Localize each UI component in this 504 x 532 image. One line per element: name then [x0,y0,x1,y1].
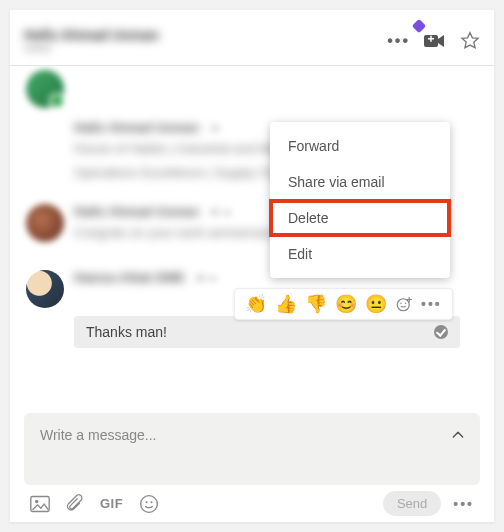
svg-point-4 [400,303,402,305]
ctx-forward[interactable]: Forward [270,128,450,164]
message-post [26,70,464,110]
ctx-share-via-email[interactable]: Share via email [270,164,450,200]
author-name: Hamza Aftab DME [74,270,185,285]
message-thread: Hafiz Ahmad Usman 1h House of Habits | I… [10,66,494,403]
reaction-more-icon[interactable]: ••• [421,296,442,312]
svg-point-10 [151,501,153,503]
reaction-neutral-icon[interactable]: 😐 [365,293,387,315]
message-input-placeholder: Write a message... [40,427,156,443]
star-icon[interactable] [460,31,480,51]
video-call-icon[interactable] [424,33,446,49]
attachment-icon[interactable] [66,494,84,514]
svg-point-5 [405,303,407,305]
read-receipt-icon [434,325,448,339]
svg-point-7 [35,499,38,502]
reaction-smile-icon[interactable]: 😊 [335,293,357,315]
reaction-thumbs-up-icon[interactable]: 👍 [275,293,297,315]
ctx-edit[interactable]: Edit [270,236,450,272]
send-button[interactable]: Send [383,491,441,516]
message-input[interactable]: Write a message... [24,413,480,485]
reaction-bar: 👏 👍 👎 😊 😐 ••• [234,288,453,320]
author-name: Hafiz Ahmad Usman [74,204,199,219]
message-text: Thanks man! [86,324,167,340]
emoji-icon[interactable] [139,494,159,514]
avatar [26,270,64,308]
post-time: 30 m [195,273,217,284]
post-time: 1h [209,123,220,134]
chat-header: Hafiz Ahmad Usman online ••• [10,10,494,66]
image-icon[interactable] [30,495,50,513]
expand-composer-icon[interactable] [450,427,466,443]
avatar [26,70,64,108]
gif-button[interactable]: GIF [100,496,123,511]
ctx-delete[interactable]: Delete [270,200,450,236]
svg-point-9 [146,501,148,503]
svg-point-3 [397,299,409,311]
more-options-icon[interactable]: ••• [387,32,410,50]
reaction-add-icon[interactable] [395,295,413,313]
message-bubble[interactable]: Thanks man! [74,316,460,348]
svg-point-8 [141,495,158,512]
composer-more-icon[interactable]: ••• [453,496,474,512]
post-time: 45 m [209,207,231,218]
svg-rect-2 [430,35,432,41]
composer: Write a message... GIF [10,403,494,522]
avatar [26,204,64,242]
author-name: Hafiz Ahmad Usman [74,120,199,135]
reaction-clap-icon[interactable]: 👏 [245,293,267,315]
chat-subtitle: online [24,43,387,54]
chat-title: Hafiz Ahmad Usman [24,27,387,43]
message-context-menu: Forward Share via email Delete Edit [270,122,450,278]
reaction-thumbs-down-icon[interactable]: 👎 [305,293,327,315]
